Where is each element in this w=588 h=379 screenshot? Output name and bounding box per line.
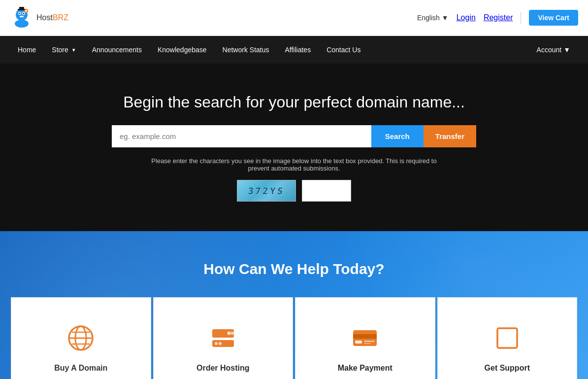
nav-item-store[interactable]: Store ▼ [44, 36, 84, 64]
search-bar: Search Transfer [112, 125, 476, 147]
language-selector[interactable]: English ▼ [417, 14, 449, 22]
logo-icon [10, 6, 33, 30]
svg-point-20 [215, 342, 218, 345]
captcha-input[interactable] [302, 180, 351, 202]
svg-point-5 [23, 13, 25, 14]
card-support[interactable]: Get Support [437, 297, 578, 379]
svg-rect-8 [19, 7, 24, 10]
nav-item-network-status[interactable]: Network Status [215, 36, 277, 64]
account-button[interactable]: Account ▼ [529, 36, 578, 64]
language-label: English [417, 14, 440, 22]
svg-point-1 [15, 20, 29, 28]
logo-text-brz: BRZ [53, 13, 68, 22]
chevron-down-icon: ▼ [442, 14, 449, 22]
logo[interactable]: HostBRZ [10, 2, 68, 34]
card-hosting-label: Order Hosting [196, 364, 250, 373]
svg-point-4 [19, 13, 21, 14]
card-support-label: Get Support [485, 364, 530, 373]
transfer-button[interactable]: Transfer [424, 125, 476, 147]
chevron-down-icon: ▼ [71, 47, 76, 53]
top-bar-actions: English ▼ Login Register View Cart [417, 10, 578, 26]
svg-rect-26 [364, 343, 371, 344]
payment-icon [349, 322, 381, 354]
globe-icon [65, 322, 97, 354]
svg-point-17 [227, 332, 230, 335]
svg-rect-6 [20, 16, 24, 17]
hero-headline: Begin the search for your perfect domain… [123, 93, 465, 111]
card-domain[interactable]: Buy A Domain [11, 297, 151, 379]
nav-item-affiliates[interactable]: Affiliates [277, 36, 319, 64]
hero-section: Begin the search for your perfect domain… [0, 64, 588, 231]
nav-item-knowledgebase[interactable]: Knowledgebase [150, 36, 215, 64]
register-link[interactable]: Register [484, 13, 513, 22]
view-cart-button[interactable]: View Cart [529, 10, 578, 26]
captcha-notice: Please enter the characters you see in t… [146, 157, 442, 172]
search-button[interactable]: Search [371, 125, 424, 147]
captcha-text: 372YS [248, 186, 285, 196]
navbar: Home Store ▼ Announcements Knowledgebase… [0, 36, 588, 64]
help-cards: Buy A Domain Order Hosting [10, 297, 578, 379]
divider [521, 12, 521, 24]
card-domain-label: Buy A Domain [54, 364, 107, 373]
help-heading: How Can We Help Today? [10, 261, 578, 277]
svg-rect-23 [353, 334, 377, 339]
svg-rect-27 [497, 328, 517, 348]
captcha-area: 372YS [237, 180, 351, 202]
login-link[interactable]: Login [457, 13, 476, 22]
svg-point-18 [230, 332, 234, 335]
top-header: HostBRZ English ▼ Login Register View Ca… [0, 0, 588, 36]
logo-text-host: Host [36, 13, 53, 22]
nav-item-contact-us[interactable]: Contact Us [319, 36, 368, 64]
svg-rect-24 [355, 341, 362, 344]
navbar-right: Account ▼ [529, 36, 578, 64]
nav-item-home[interactable]: Home [10, 36, 44, 64]
svg-rect-25 [364, 341, 375, 342]
navbar-left: Home Store ▼ Announcements Knowledgebase… [10, 36, 529, 64]
server-icon [207, 322, 239, 354]
svg-point-21 [219, 342, 222, 345]
captcha-image: 372YS [237, 180, 296, 202]
help-section: How Can We Help Today? Buy A Domain [0, 231, 588, 379]
support-icon [491, 322, 523, 354]
card-payment[interactable]: Make Payment [295, 297, 435, 379]
nav-item-announcements[interactable]: Announcements [84, 36, 150, 64]
svg-point-10 [25, 10, 27, 12]
domain-search-input[interactable] [112, 125, 371, 147]
card-payment-label: Make Payment [338, 364, 392, 373]
chevron-down-icon: ▼ [563, 46, 570, 54]
card-hosting[interactable]: Order Hosting [153, 297, 294, 379]
